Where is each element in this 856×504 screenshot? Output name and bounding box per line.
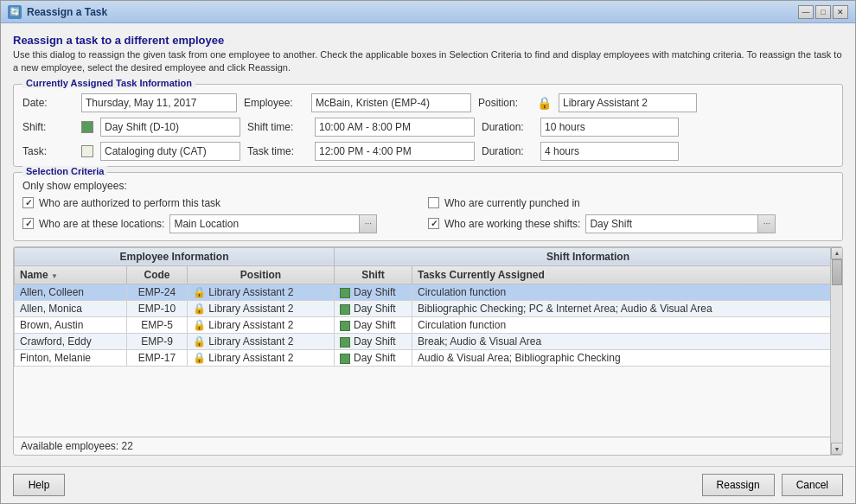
employee-label: Employee: (244, 97, 304, 109)
main-content: Reassign a task to a different employee … (1, 23, 855, 466)
cell-code: EMP-24 (127, 284, 188, 300)
shifts-checkbox[interactable] (428, 218, 439, 229)
cancel-button[interactable]: Cancel (782, 474, 843, 496)
locations-checkbox[interactable] (22, 218, 34, 229)
title-bar-left: 🔄 Reassign a Task (8, 5, 107, 19)
cell-position: 🔒 Library Assistant 2 (188, 349, 335, 366)
cell-tasks: Break; Audio & Visual Area (412, 333, 842, 349)
dialog-description: Use this dialog to reassign the given ta… (13, 48, 843, 75)
punched-in-checkbox[interactable] (428, 197, 439, 208)
cell-tasks: Circulation function (412, 316, 842, 333)
selection-criteria-label: Selection Criteria (22, 166, 107, 176)
scroll-track (831, 259, 842, 443)
shift-filter-input[interactable] (585, 214, 758, 233)
auth-task-checkbox[interactable] (22, 197, 34, 208)
locations-text: Who are at these locations: (39, 218, 164, 230)
scroll-up-btn[interactable]: ▲ (831, 247, 842, 259)
task-time-input[interactable] (315, 142, 475, 161)
task-info-section: Currently Assigned Task Information Date… (13, 84, 843, 167)
help-button[interactable]: Help (13, 474, 65, 496)
shift-dropdown-btn[interactable]: ··· (758, 214, 776, 233)
maximize-button[interactable]: □ (815, 5, 831, 19)
selection-criteria-section: Selection Criteria Only show employees: … (13, 172, 843, 241)
employees-section: Employees Matching Selection Criteria Em… (13, 246, 843, 456)
table-row[interactable]: Crawford, Eddy EMP-9 🔒 Library Assistant… (15, 333, 842, 349)
shift-combo: ··· (585, 214, 776, 233)
location-dropdown-btn[interactable]: ··· (360, 214, 377, 233)
task-color-indicator (81, 145, 93, 157)
cell-shift: Day Shift (335, 284, 412, 300)
position-input[interactable] (559, 93, 697, 112)
title-bar: 🔄 Reassign a Task — □ ✕ (1, 1, 855, 23)
task-duration-label: Duration: (482, 145, 533, 157)
shift-time-label: Shift time: (247, 121, 308, 133)
task-input[interactable] (100, 142, 240, 161)
cell-tasks: Bibliographic Checking; PC & Internet Ar… (412, 300, 842, 316)
main-window: 🔄 Reassign a Task — □ ✕ Reassign a task … (0, 0, 856, 504)
cell-code: EMP-10 (127, 300, 188, 316)
table-row[interactable]: Allen, Colleen EMP-24 🔒 Library Assistan… (15, 284, 842, 300)
shifts-item: Who are working these shifts: ··· (428, 214, 834, 233)
vertical-scrollbar[interactable]: ▲ ▼ (830, 247, 842, 455)
header: Reassign a task to a different employee … (13, 34, 843, 79)
cell-code: EMP-9 (127, 333, 188, 349)
employees-table: Employee Information Shift Information N… (14, 247, 842, 367)
cell-name: Brown, Austin (15, 316, 127, 333)
table-footer: Available employees: 22 (14, 437, 842, 455)
shift-color-indicator (81, 121, 93, 133)
cell-position: 🔒 Library Assistant 2 (188, 333, 335, 349)
table-container: Employee Information Shift Information N… (14, 247, 842, 455)
auth-task-text: Who are authorized to perform this task (39, 197, 220, 209)
task-row-3: Task: Task time: Duration: (22, 142, 834, 161)
locations-item: Who are at these locations: ··· (22, 214, 428, 233)
auth-task-item: Who are authorized to perform this task (22, 197, 428, 209)
window-title: Reassign a Task (27, 6, 107, 18)
table-row[interactable]: Brown, Austin EMP-5 🔒 Library Assistant … (15, 316, 842, 333)
cell-code: EMP-17 (127, 349, 188, 366)
close-button[interactable]: ✕ (833, 5, 848, 19)
dialog-title: Reassign a task to a different employee (13, 34, 843, 47)
only-show-label: Only show employees: (22, 180, 834, 192)
task-time-label: Task time: (247, 145, 308, 157)
reassign-button[interactable]: Reassign (702, 474, 775, 496)
cell-tasks: Circulation function (412, 284, 842, 300)
cell-name: Finton, Melanie (15, 349, 127, 366)
col-tasks-header: Tasks Currently Assigned (412, 265, 842, 284)
minimize-button[interactable]: — (798, 5, 814, 19)
shift-input[interactable] (100, 118, 240, 137)
scroll-thumb[interactable] (832, 259, 842, 285)
date-input[interactable] (81, 93, 237, 112)
available-count: Available employees: 22 (21, 440, 133, 452)
title-buttons: — □ ✕ (798, 5, 848, 19)
cell-shift: Day Shift (335, 349, 412, 366)
cell-shift: Day Shift (335, 316, 412, 333)
cell-code: EMP-5 (127, 316, 188, 333)
cell-name: Crawford, Eddy (15, 333, 127, 349)
task-info-label: Currently Assigned Task Information (22, 78, 195, 88)
date-label: Date: (22, 97, 74, 109)
bottom-bar: Help Reassign Cancel (1, 466, 855, 503)
position-label: Position: (478, 97, 530, 109)
table-row[interactable]: Finton, Melanie EMP-17 🔒 Library Assista… (15, 349, 842, 366)
window-icon: 🔄 (8, 5, 22, 19)
cell-shift: Day Shift (335, 333, 412, 349)
cell-name: Allen, Monica (15, 300, 127, 316)
punched-in-item: Who are currently punched in (428, 197, 834, 209)
location-combo: ··· (169, 214, 377, 233)
shift-time-input[interactable] (315, 118, 475, 137)
criteria-row-1: Who are authorized to perform this task … (22, 197, 834, 209)
punched-in-text: Who are currently punched in (444, 197, 580, 209)
task-row-2: Shift: Shift time: Duration: (22, 118, 834, 137)
shifts-text: Who are working these shifts: (444, 218, 580, 230)
table-row[interactable]: Allen, Monica EMP-10 🔒 Library Assistant… (15, 300, 842, 316)
cell-tasks: Audio & Visual Area; Bibliographic Check… (412, 349, 842, 366)
cell-position: 🔒 Library Assistant 2 (188, 300, 335, 316)
task-duration-input[interactable] (540, 142, 679, 161)
employee-input[interactable] (311, 93, 471, 112)
shift-duration-input[interactable] (540, 118, 679, 137)
cell-position: 🔒 Library Assistant 2 (188, 316, 335, 333)
location-input[interactable] (169, 214, 360, 233)
group-header-employee: Employee Information (15, 247, 335, 265)
task-label: Task: (22, 145, 74, 157)
scroll-down-btn[interactable]: ▼ (831, 443, 842, 455)
